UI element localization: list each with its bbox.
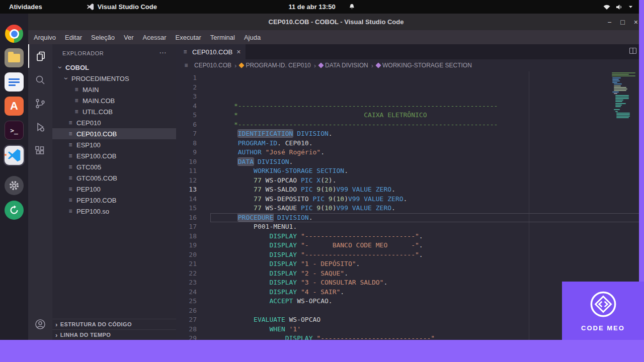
- explorer-item-esp100-cob[interactable]: ≡ESP100.COB: [52, 150, 176, 161]
- explorer-item-main-cob[interactable]: ≡MAIN.COB: [52, 95, 176, 106]
- section-estrutura-do-codigo[interactable]: › ESTRUTURA DO CÓDIGO: [52, 319, 176, 329]
- explorer-item-gtc005-cob[interactable]: ≡GTC005.COB: [52, 172, 176, 184]
- code-line-1[interactable]: *---------------------------------------…: [210, 102, 644, 111]
- software-icon[interactable]: [4, 200, 24, 220]
- file-icon: ≡: [73, 108, 79, 115]
- breadcrumb-item[interactable]: PROGRAM-ID. CEP010: [239, 62, 310, 69]
- account-icon[interactable]: [28, 312, 52, 336]
- source-control-icon[interactable]: [28, 92, 52, 115]
- activities-button[interactable]: Atividades: [9, 3, 42, 11]
- menu-arquivo[interactable]: Arquivo: [29, 30, 60, 44]
- code-line-7[interactable]: DATA DIVISION.: [210, 157, 644, 167]
- explorer-item-main[interactable]: ≡MAIN: [52, 84, 176, 95]
- minimap-line: [614, 85, 621, 86]
- chevron-right-icon: ›: [55, 331, 58, 339]
- code-line-16[interactable]: DISPLAY "- BANCO CODE MEO -".: [210, 241, 644, 250]
- file-icon: ≡: [73, 97, 79, 104]
- explorer-item-pep100-cob[interactable]: ≡PEP100.COB: [52, 195, 176, 206]
- system-tray[interactable]: [603, 4, 633, 10]
- breadcrumb-item[interactable]: WORKING-STORAGE SECTION: [376, 62, 472, 69]
- minimap-line: [614, 93, 618, 94]
- line-number: 20: [176, 250, 200, 260]
- explorer-actions-icon[interactable]: …: [159, 46, 167, 55]
- breadcrumb-item[interactable]: ≡CEP010.COB: [183, 62, 231, 69]
- chevron-down-icon: ›: [62, 75, 70, 81]
- code-line-18[interactable]: DISPLAY "1 - DEPÓSITO".: [210, 259, 644, 269]
- clock[interactable]: 11 de abr 13:50: [288, 3, 335, 11]
- menu-acessar[interactable]: Acessar: [138, 30, 171, 44]
- menu-ajuda[interactable]: Ajuda: [239, 30, 265, 44]
- chevron-right-icon: ›: [55, 321, 58, 328]
- tab-cep010cob[interactable]: ≡ CEP010.COB ×: [176, 44, 246, 59]
- code-line-3[interactable]: *---------------------------------------…: [210, 120, 644, 130]
- maximize-button[interactable]: □: [620, 18, 624, 26]
- explorer-item-util-cob[interactable]: ≡UTIL.COB: [52, 106, 176, 117]
- line-number: 14: [176, 195, 200, 204]
- code-line-11[interactable]: 77 WS-DEPOSITO PIC 9(10)V99 VALUE ZERO.: [210, 195, 644, 204]
- minimap-line: [615, 101, 622, 102]
- explorer-item-pep100-so[interactable]: ≡PEP100.so: [52, 206, 176, 217]
- code-line-5[interactable]: PROGRAM-ID. CEP010.: [210, 139, 644, 148]
- explorer-item-cep010-cob[interactable]: ≡CEP010.COB: [52, 128, 176, 139]
- explorer-sidebar: EXPLORADOR … ›COBOL›PROCEDIMENTOS≡MAIN≡M…: [52, 44, 176, 362]
- code-line-9[interactable]: 77 WS-OPCAO PIC X(2).: [210, 176, 644, 186]
- line-number: 11: [176, 166, 200, 176]
- wifi-icon: [603, 4, 611, 10]
- code-line-6[interactable]: AUTHOR "José Rogério".: [210, 148, 644, 157]
- vscode-dock-icon[interactable]: [4, 145, 24, 165]
- notification-bell-icon[interactable]: [349, 4, 356, 11]
- code-line-10[interactable]: 77 WS-SALDO PIC 9(10)V99 VALUE ZERO.: [210, 185, 644, 195]
- chrome-icon[interactable]: [4, 24, 24, 44]
- code-line-8[interactable]: WORKING-STORAGE SECTION.: [210, 166, 644, 176]
- code-line-13[interactable]: PROCEDURE DIVISION.: [210, 213, 644, 223]
- orange-app-icon[interactable]: A: [4, 96, 24, 116]
- code-line-12[interactable]: 77 WS-SAQUE PIC 9(10)V99 VALUE ZERO.: [210, 204, 644, 213]
- minimap[interactable]: [610, 72, 638, 119]
- run-debug-icon[interactable]: [28, 115, 52, 139]
- menu-terminal[interactable]: Terminal: [206, 30, 239, 44]
- terminal-icon[interactable]: >_: [4, 120, 24, 140]
- line-number: 15: [176, 204, 200, 213]
- menu-ver[interactable]: Ver: [119, 30, 138, 44]
- item-label: ESP100: [76, 141, 101, 149]
- code-line-19[interactable]: DISPLAY "2 - SAQUE".: [210, 269, 644, 279]
- explorer-item-cobol[interactable]: ›COBOL: [52, 62, 176, 73]
- explorer-item-procedimentos[interactable]: ›PROCEDIMENTOS: [52, 73, 176, 84]
- menu-executar[interactable]: Executar: [171, 30, 206, 44]
- settings-icon[interactable]: [4, 175, 24, 196]
- close-button[interactable]: ×: [634, 18, 638, 26]
- focused-app-indicator[interactable]: Visual Studio Code: [87, 3, 157, 11]
- minimap-line: [616, 116, 630, 117]
- explorer-item-cep010[interactable]: ≡CEP010: [52, 117, 176, 128]
- breadcrumb-item[interactable]: DATA DIVISION: [319, 62, 368, 69]
- minimap-line: [612, 75, 635, 76]
- explorer-item-esp100[interactable]: ≡ESP100: [52, 139, 176, 150]
- tab-close-icon[interactable]: ×: [236, 48, 240, 56]
- minimap-line: [615, 106, 621, 107]
- explorer-item-pep100[interactable]: ≡PEP100: [52, 184, 176, 195]
- section-linha-do-tempo[interactable]: › LINHA DO TEMPO: [52, 329, 176, 340]
- search-icon[interactable]: [28, 68, 52, 92]
- line-number: 27: [176, 315, 200, 325]
- minimap-line: [615, 97, 629, 98]
- code-line-17[interactable]: DISPLAY "----------------------------".: [210, 250, 644, 260]
- minimize-button[interactable]: −: [607, 18, 611, 26]
- file-manager-icon[interactable]: [4, 48, 24, 68]
- extensions-icon[interactable]: [28, 139, 52, 162]
- code-line-4[interactable]: IDENTIFICATION DIVISION.: [210, 129, 644, 139]
- explorer-item-gtc005[interactable]: ≡GTC005: [52, 161, 176, 172]
- item-label: GTC005.COB: [76, 174, 117, 182]
- line-number: 22: [176, 269, 200, 279]
- code-line-14[interactable]: P001-MENU1.: [210, 222, 644, 232]
- window-titlebar[interactable]: CEP010.COB - COBOL - Visual Studio Code …: [28, 14, 644, 30]
- menu-selecao[interactable]: Seleção: [87, 30, 119, 44]
- minimap-line: [614, 88, 627, 89]
- explorer-icon[interactable]: [28, 44, 52, 68]
- line-number: 26: [176, 306, 200, 316]
- menu-editar[interactable]: Editar: [60, 30, 87, 44]
- minimap-line: [615, 103, 626, 104]
- split-editor-icon[interactable]: [629, 47, 637, 57]
- writer-icon[interactable]: [4, 72, 24, 92]
- code-line-2[interactable]: * CAIXA ELETRÔNICO: [210, 111, 644, 120]
- code-line-15[interactable]: DISPLAY "----------------------------".: [210, 232, 644, 241]
